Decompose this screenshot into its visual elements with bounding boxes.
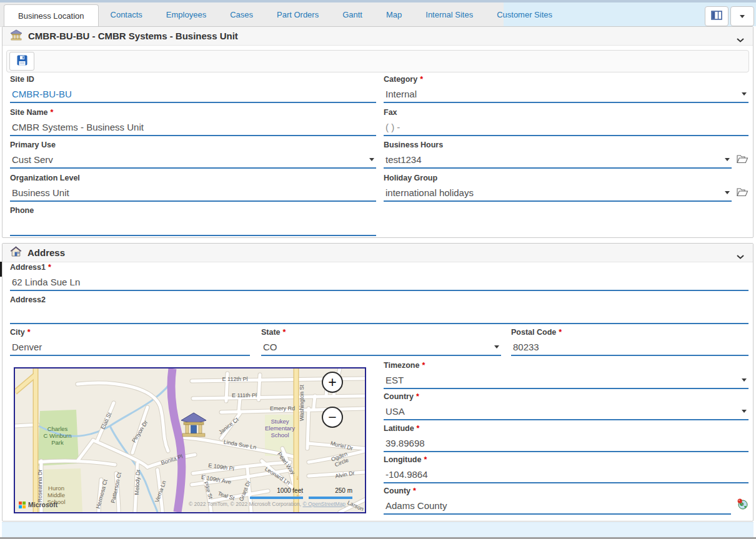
postal-code-input[interactable]: 80233: [511, 339, 749, 356]
fax-input[interactable]: ( ) -: [384, 119, 749, 136]
field-latitude: Latitude* 39.89698: [384, 424, 749, 452]
holiday-group-dropdown[interactable]: international holidays: [384, 184, 732, 202]
map-label: Charles C Winburn Park: [44, 426, 72, 447]
field-label: Site Name: [10, 108, 47, 117]
record-toolbar: [6, 50, 749, 72]
tab-internal-sites[interactable]: Internal Sites: [414, 2, 485, 26]
collapse-section-icon[interactable]: [737, 34, 744, 45]
field-state: State* CO: [261, 328, 501, 356]
field-label: County: [384, 487, 410, 495]
field-city: City* Denver: [10, 328, 250, 356]
county-input[interactable]: Adams County: [384, 497, 731, 515]
primary-use-dropdown[interactable]: Cust Serv: [10, 151, 376, 169]
columns-layout-icon: [711, 11, 722, 22]
map-label: Emery Rd: [270, 405, 295, 412]
phone-input[interactable]: [10, 217, 376, 236]
field-fax: Fax ( ) -: [384, 108, 749, 136]
state-dropdown[interactable]: CO: [261, 339, 501, 356]
latitude-input[interactable]: 39.89698: [384, 435, 749, 452]
address2-input[interactable]: [10, 306, 749, 324]
house-icon: [10, 246, 22, 259]
chevron-down-icon: [740, 15, 745, 18]
map-label: Roseanna Dr: [37, 469, 43, 502]
tab-customer-sites[interactable]: Customer Sites: [485, 2, 564, 26]
field-label: Address2: [10, 295, 46, 304]
required-marker: *: [27, 328, 31, 337]
timezone-dropdown[interactable]: EST: [384, 372, 749, 389]
save-button[interactable]: [9, 52, 34, 71]
dropdown-caret-icon: [725, 191, 730, 194]
map-label: Pearl Way: [276, 451, 296, 476]
open-record-folder-icon[interactable]: [737, 187, 749, 199]
field-label: Country: [384, 392, 414, 401]
window-menu-button[interactable]: [730, 6, 754, 26]
geocode-globe-pin-icon[interactable]: [736, 497, 749, 512]
field-county: County* Adams County: [384, 487, 749, 515]
map-label: Melody Dr: [134, 469, 141, 495]
field-site-id: Site ID CMBR-BU-BU: [10, 75, 376, 103]
microsoft-logo: Microsoft: [19, 501, 57, 508]
field-label: Fax: [384, 108, 397, 117]
map-label: Elati St: [99, 412, 112, 430]
address-section-header[interactable]: Address: [2, 244, 753, 262]
map-scale-meters-label: 250 m: [309, 487, 352, 494]
dropdown-caret-icon: [494, 345, 499, 349]
bing-map[interactable]: E 112th PlE 111th PlEmery RdJanice CtMur…: [14, 367, 366, 513]
map-label: Larson: [346, 499, 364, 512]
category-dropdown[interactable]: Internal: [384, 86, 749, 103]
map-label: Janice Ct: [217, 416, 240, 435]
field-label: Latitude: [384, 424, 414, 433]
map-label: Washington St: [299, 385, 305, 421]
tab-map[interactable]: Map: [374, 2, 414, 26]
map-zoom-out-button[interactable]: −: [322, 407, 343, 428]
record-title: CMBR-BU-BU - CMBR Systems - Business Uni…: [28, 31, 238, 41]
field-timezone: Timezone* EST: [384, 361, 749, 389]
map-label: Verna Ln: [154, 480, 167, 503]
map-label: Pinyon Dr: [131, 420, 149, 444]
required-marker: *: [50, 108, 53, 117]
site-id-input[interactable]: CMBR-BU-BU: [10, 86, 376, 103]
address-section-title: Address: [27, 247, 65, 258]
tab-employees[interactable]: Employees: [154, 2, 218, 26]
field-label: Business Hours: [384, 141, 443, 149]
address1-input[interactable]: 62 Linda Sue Ln: [10, 274, 749, 291]
city-input[interactable]: Denver: [10, 339, 250, 356]
field-country: Country* USA: [384, 392, 749, 420]
country-dropdown[interactable]: USA: [384, 403, 749, 420]
organization-level-input[interactable]: Business Unit: [10, 184, 376, 202]
map-label: Alvin Dr: [335, 470, 356, 480]
tab-contacts[interactable]: Contacts: [99, 2, 154, 26]
tab-business-location[interactable]: Business Location: [4, 4, 99, 26]
field-label: Primary Use: [10, 141, 56, 149]
field-label: Timezone: [384, 361, 419, 370]
microsoft-squares-icon: [19, 502, 26, 508]
longitude-input[interactable]: -104.9864: [384, 466, 749, 483]
open-record-folder-icon[interactable]: [737, 154, 749, 166]
required-marker: *: [422, 361, 425, 370]
tab-part-orders[interactable]: Part Orders: [265, 2, 331, 26]
map-label: Pike St: [202, 481, 214, 500]
field-site-name: Site Name* CMBR Systems - Business Unit: [10, 108, 376, 136]
tab-gantt[interactable]: Gantt: [331, 2, 374, 26]
record-header[interactable]: CMBR-BU-BU - CMBR Systems - Business Uni…: [2, 27, 753, 46]
field-label: Holiday Group: [384, 174, 437, 182]
required-marker: *: [417, 424, 420, 433]
map-label: Ogden Circle: [327, 449, 354, 470]
business-hours-dropdown[interactable]: test1234: [384, 151, 732, 169]
map-label: ↓: [296, 474, 299, 482]
field-holiday-group: Holiday Group international holidays: [384, 174, 749, 202]
field-label: Longitude: [384, 455, 421, 464]
field-label: City: [10, 328, 25, 337]
site-name-input[interactable]: CMBR Systems - Business Unit: [10, 119, 376, 136]
layout-columns-button[interactable]: [705, 6, 729, 26]
collapse-section-icon[interactable]: [737, 250, 744, 262]
map-label: E 111th Pl: [232, 392, 257, 398]
required-marker: *: [283, 328, 286, 337]
map-zoom-in-button[interactable]: +: [322, 372, 343, 393]
field-phone: Phone: [10, 206, 376, 236]
map-label: Muriel Dr: [330, 440, 354, 452]
tab-cases[interactable]: Cases: [218, 2, 265, 26]
business-location-marker-icon[interactable]: [180, 412, 207, 441]
openstreetmap-link[interactable]: © OpenStreetMap: [302, 501, 346, 507]
field-address1: Address1* 62 Linda Sue Ln: [10, 263, 749, 291]
